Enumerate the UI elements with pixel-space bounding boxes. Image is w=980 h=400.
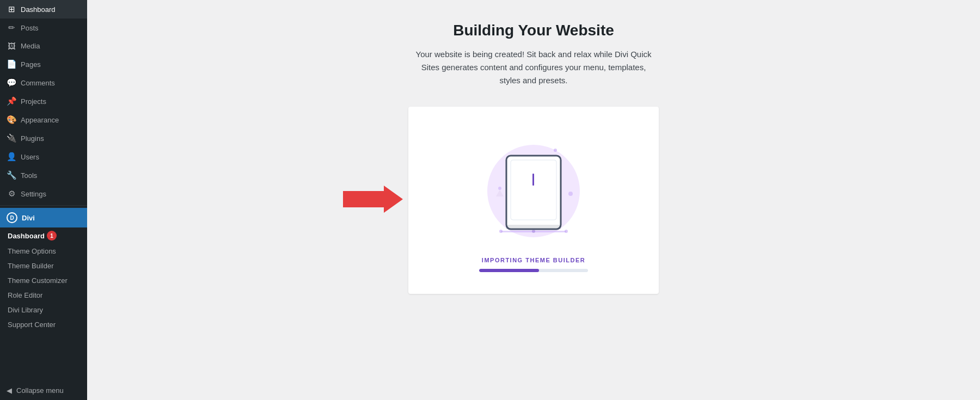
divi-dashboard-label: Dashboard xyxy=(8,232,45,240)
sidebar-label-dashboard: Dashboard xyxy=(21,5,56,14)
page-title: Building Your Website xyxy=(453,22,614,39)
sidebar-label-pages: Pages xyxy=(21,60,41,69)
divi-logo: D xyxy=(7,212,17,223)
sidebar-label-projects: Projects xyxy=(21,97,46,106)
sidebar-label-appearance: Appearance xyxy=(21,116,59,124)
sidebar-item-users[interactable]: 👤 Users xyxy=(0,147,87,166)
pages-icon: 📄 xyxy=(7,59,16,69)
dashboard-icon: ⊞ xyxy=(7,4,16,14)
divi-label: Divi xyxy=(22,214,35,222)
sidebar-item-tools[interactable]: 🔧 Tools xyxy=(0,166,87,184)
tools-icon: 🔧 xyxy=(7,170,16,180)
sidebar-item-dashboard[interactable]: ⊞ Dashboard xyxy=(0,0,87,19)
svg-point-3 xyxy=(568,192,573,196)
arrow-right-icon xyxy=(343,183,403,216)
sidebar-item-theme-builder[interactable]: Theme Builder xyxy=(0,259,87,273)
dashboard-badge: 1 xyxy=(47,231,57,241)
sidebar-item-divi[interactable]: D Divi xyxy=(0,208,87,227)
sidebar-item-theme-customizer[interactable]: Theme Customizer xyxy=(0,273,87,288)
progress-bar-fill xyxy=(479,269,539,272)
divi-submenu: Dashboard 1 Theme Options Theme Builder … xyxy=(0,227,87,332)
svg-point-12 xyxy=(499,230,503,233)
posts-icon: ✏ xyxy=(7,23,16,33)
comments-icon: 💬 xyxy=(7,78,16,88)
sidebar-label-comments: Comments xyxy=(21,79,55,87)
sidebar-divider xyxy=(0,205,87,206)
svg-point-2 xyxy=(554,149,557,152)
sidebar-item-projects[interactable]: 📌 Projects xyxy=(0,92,87,110)
sidebar-item-pages[interactable]: 📄 Pages xyxy=(0,55,87,73)
sidebar-item-posts[interactable]: ✏ Posts xyxy=(0,19,87,37)
theme-builder-label: Theme Builder xyxy=(8,262,54,270)
users-icon: 👤 xyxy=(7,152,16,162)
sidebar-item-comments[interactable]: 💬 Comments xyxy=(0,73,87,92)
sidebar-item-media[interactable]: 🖼 Media xyxy=(0,37,87,55)
svg-rect-8 xyxy=(511,160,556,220)
sidebar-item-theme-options[interactable]: Theme Options xyxy=(0,244,87,259)
svg-rect-10 xyxy=(506,225,561,229)
appearance-icon: 🎨 xyxy=(7,115,16,125)
sidebar-label-posts: Posts xyxy=(21,24,39,32)
sidebar-label-media: Media xyxy=(21,42,40,50)
role-editor-label: Role Editor xyxy=(8,291,42,299)
illustration-area xyxy=(468,128,599,248)
settings-icon: ⚙ xyxy=(7,189,16,199)
theme-options-label: Theme Options xyxy=(8,247,56,255)
sidebar-item-divi-library[interactable]: Divi Library xyxy=(0,303,87,317)
projects-icon: 📌 xyxy=(7,96,16,106)
svg-rect-9 xyxy=(532,174,534,186)
sidebar-item-appearance[interactable]: 🎨 Appearance xyxy=(0,110,87,129)
divi-library-label: Divi Library xyxy=(8,306,43,314)
illustration-card: IMPORTING THEME BUILDER xyxy=(408,107,659,294)
website-illustration xyxy=(474,131,593,245)
svg-point-4 xyxy=(498,187,501,190)
sidebar-item-settings[interactable]: ⚙ Settings xyxy=(0,184,87,203)
import-status-label: IMPORTING THEME BUILDER xyxy=(482,257,585,263)
sidebar-item-support-center[interactable]: Support Center xyxy=(0,317,87,332)
collapse-menu-button[interactable]: ◀ Collapse menu xyxy=(0,381,87,400)
arrow-indicator xyxy=(343,183,403,218)
svg-marker-0 xyxy=(343,186,403,213)
collapse-label: Collapse menu xyxy=(16,386,64,395)
sidebar-label-settings: Settings xyxy=(21,190,46,198)
theme-customizer-label: Theme Customizer xyxy=(8,276,68,285)
svg-point-13 xyxy=(565,230,568,233)
sidebar-item-divi-dashboard[interactable]: Dashboard 1 xyxy=(0,227,87,244)
collapse-icon: ◀ xyxy=(7,386,12,395)
sidebar-label-plugins: Plugins xyxy=(21,134,44,143)
sidebar-item-role-editor[interactable]: Role Editor xyxy=(0,288,87,303)
plugins-icon: 🔌 xyxy=(7,133,16,143)
page-subtitle: Your website is being created! Sit back … xyxy=(414,48,653,87)
svg-point-14 xyxy=(532,230,535,233)
main-content: Building Your Website Your website is be… xyxy=(87,0,980,400)
media-icon: 🖼 xyxy=(7,41,16,51)
support-center-label: Support Center xyxy=(8,321,56,329)
sidebar-label-tools: Tools xyxy=(21,171,37,180)
sidebar: ⊞ Dashboard ✏ Posts 🖼 Media 📄 Pages 💬 Co… xyxy=(0,0,87,400)
progress-bar xyxy=(479,269,588,272)
sidebar-item-plugins[interactable]: 🔌 Plugins xyxy=(0,129,87,147)
sidebar-label-users: Users xyxy=(21,153,39,161)
